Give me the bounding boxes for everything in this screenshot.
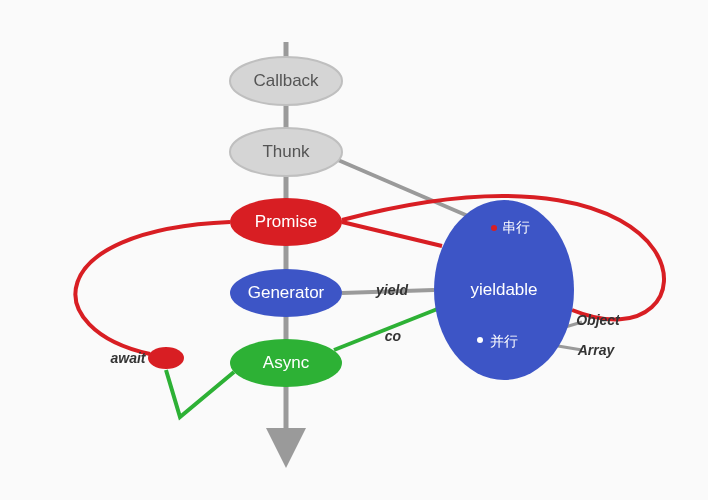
edge-generator-yield (342, 290, 434, 293)
dot-parallel (477, 337, 483, 343)
node-async (230, 339, 342, 387)
node-await (148, 347, 184, 369)
diagram-canvas (0, 0, 708, 500)
edge-async-await (166, 370, 234, 417)
edge-promise-yieldable (342, 222, 442, 246)
node-generator (230, 269, 342, 317)
dot-serial (491, 225, 497, 231)
node-yieldable (434, 200, 574, 380)
node-callback (230, 57, 342, 105)
edge-await-promise (75, 222, 230, 354)
edge-yieldable-array (558, 346, 582, 350)
edge-async-co (334, 304, 450, 350)
node-thunk (230, 128, 342, 176)
node-promise (230, 198, 342, 246)
